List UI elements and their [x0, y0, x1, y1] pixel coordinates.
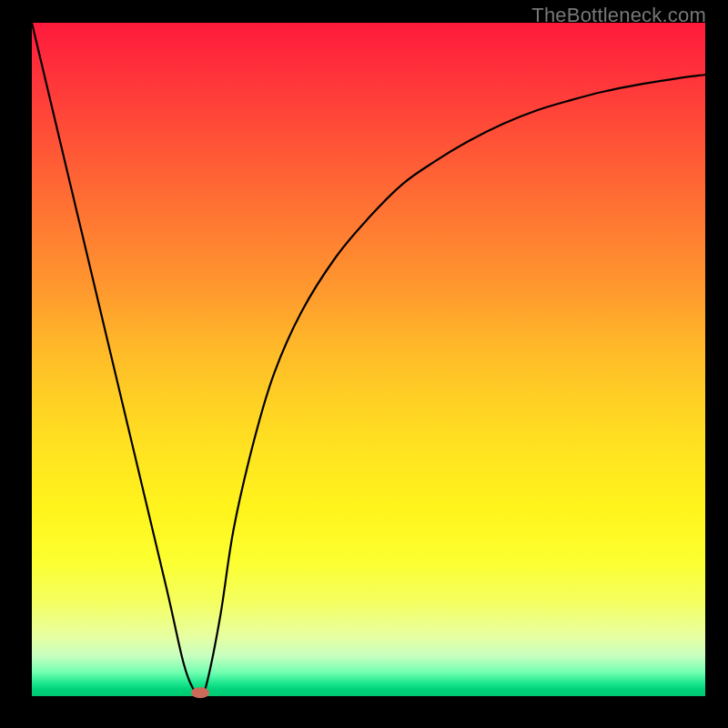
curve-svg: [32, 23, 705, 696]
curve-path: [32, 23, 705, 696]
plot-area: [32, 23, 705, 696]
chart-frame: TheBottleneck.com: [0, 0, 728, 728]
optimal-marker: [191, 687, 209, 698]
